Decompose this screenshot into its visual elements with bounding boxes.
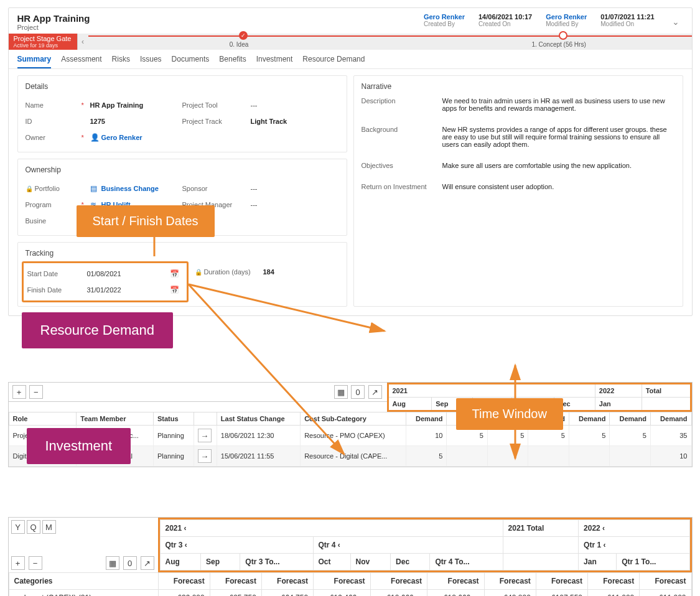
grid-view-icon[interactable]: ▦	[334, 385, 348, 399]
tracking-title: Tracking	[26, 249, 339, 258]
narrative-title: Narrative	[362, 82, 675, 91]
chevron-left-icon[interactable]: ‹	[603, 541, 605, 549]
project-header: HR App Training Project Gero Renker Crea…	[9, 8, 692, 34]
inv-q1[interactable]: Qtr 1	[584, 541, 601, 549]
col-status[interactable]: Status	[154, 412, 194, 426]
finish-date-input[interactable]: 31/01/2022 📅	[83, 283, 183, 297]
remove-row-button[interactable]: −	[29, 385, 43, 399]
tab-risks[interactable]: Risks	[112, 55, 130, 68]
add-row-button[interactable]: +	[11, 556, 25, 570]
inv-year-2021[interactable]: 2021	[166, 524, 182, 533]
stage-dot-idea[interactable]	[239, 31, 248, 40]
start-date-value: 01/08/2021	[87, 270, 121, 277]
chevron-left-icon[interactable]: ‹	[338, 541, 340, 549]
finish-date-label: Finish Date	[27, 286, 83, 294]
remove-row-button[interactable]: −	[29, 556, 42, 570]
desc-label: Description	[362, 97, 442, 112]
year-2022-header[interactable]: 2022	[595, 384, 642, 398]
zero-toggle-button[interactable]: 0	[123, 556, 137, 570]
desc-value[interactable]: We need to train admin users in HR as we…	[442, 97, 675, 112]
roi-label: Return on Investment	[362, 183, 442, 190]
created-by-link[interactable]: Gero Renker	[424, 13, 465, 21]
modified-by-link[interactable]: Gero Renker	[546, 13, 587, 21]
obj-label: Objectives	[362, 162, 442, 169]
col-demand: Demand	[406, 412, 446, 426]
id-label: ID	[26, 118, 82, 125]
project-card: HR App Training Project Gero Renker Crea…	[8, 7, 693, 316]
scale-year-button[interactable]: Y	[11, 520, 25, 534]
tab-assessment[interactable]: Assessment	[61, 55, 101, 68]
col-member[interactable]: Team Member	[77, 412, 154, 426]
start-date-input[interactable]: 01/08/2021 📅	[83, 267, 183, 281]
id-value: 1275	[90, 118, 105, 125]
tabs: Summary Assessment Risks Issues Document…	[9, 50, 692, 69]
project-subtitle: Project	[17, 24, 90, 31]
calendar-icon[interactable]: 📅	[170, 286, 179, 294]
chevron-left-icon[interactable]: ‹	[184, 524, 187, 533]
stage-row: Project Stage Gate Active for 19 days ‹ …	[9, 34, 692, 50]
callout-time-window: Time Window	[456, 398, 563, 430]
stage-gate-badge: Project Stage Gate Active for 19 days	[9, 34, 77, 50]
scale-month-button[interactable]: M	[42, 520, 56, 534]
tool-value[interactable]: ---	[251, 101, 258, 109]
calendar-icon[interactable]: 📅	[170, 269, 179, 278]
inv-year-2022[interactable]: 2022	[584, 524, 600, 533]
advance-icon[interactable]: →	[198, 429, 212, 442]
grid-view-icon[interactable]: ▦	[106, 556, 119, 570]
stage-label-concept: 1. Concept (56 Hrs)	[531, 41, 586, 48]
details-panel: Details Name*HR App Training ID1275 Owne…	[17, 75, 347, 152]
name-label: Name	[26, 101, 82, 109]
month-jan[interactable]: Jan	[595, 398, 642, 411]
obj-value[interactable]: Make sure all users are comfortable usin…	[442, 162, 675, 169]
col-categories[interactable]: Categories	[9, 573, 158, 590]
start-date-label: Start Date	[27, 270, 83, 277]
total-header: Total	[642, 384, 691, 398]
stage-dot-concept[interactable]	[559, 31, 567, 40]
chevron-left-icon[interactable]: ‹	[185, 541, 187, 549]
tab-issues[interactable]: Issues	[140, 55, 162, 68]
expand-icon[interactable]: ⌄	[668, 13, 683, 30]
tracking-highlight: Start Date 01/08/2021 📅 Finish Date 31/0…	[22, 261, 189, 302]
created-on-label: Created On	[478, 21, 532, 27]
bg-value[interactable]: New HR systems provides a range of apps …	[442, 126, 675, 148]
col-last-change[interactable]: Last Status Change	[217, 412, 300, 426]
track-value[interactable]: Light Track	[251, 118, 287, 125]
portfolio-link[interactable]: Business Change	[101, 185, 159, 192]
roi-value[interactable]: Will ensure consistent user adoption.	[442, 183, 675, 190]
advance-icon[interactable]: →	[198, 449, 212, 463]
sponsor-value[interactable]: ---	[251, 185, 258, 192]
tab-benefits[interactable]: Benefits	[219, 55, 246, 68]
stage-prev-icon[interactable]: ‹	[77, 34, 88, 50]
inv-2021-total: 2021 Total	[503, 520, 579, 537]
project-title: HR App Training	[17, 13, 90, 24]
stage-gate-title: Project Stage Gate	[14, 35, 72, 42]
scale-quarter-button[interactable]: Q	[27, 520, 40, 534]
callout-resource-demand: Resource Demand	[22, 312, 173, 348]
tool-label: Project Tool	[182, 101, 251, 109]
popout-icon[interactable]: ↗	[368, 385, 382, 399]
duration-label: Duration (days)	[195, 268, 263, 276]
pm-value[interactable]: ---	[251, 201, 258, 208]
zero-toggle-button[interactable]: 0	[351, 385, 365, 399]
add-row-button[interactable]: +	[12, 385, 26, 399]
modified-on-value: 01/07/2021 11:21	[600, 13, 654, 21]
popout-icon[interactable]: ↗	[141, 556, 154, 570]
portfolio-icon: ▤	[90, 184, 99, 193]
col-cost-sub[interactable]: Cost Sub-Category	[301, 412, 406, 426]
stage-track: 0. Idea 1. Concept (56 Hrs)	[88, 34, 692, 50]
modified-by-label: Modified By	[546, 21, 587, 27]
finish-date-value: 31/01/2022	[87, 286, 121, 294]
owner-link[interactable]: Gero Renker	[101, 134, 142, 141]
year-2021-header[interactable]: 2021	[388, 384, 595, 398]
chevron-left-icon[interactable]: ‹	[602, 524, 605, 533]
narrative-panel: Narrative DescriptionWe need to train ad…	[353, 75, 683, 307]
month-aug[interactable]: Aug	[388, 398, 432, 411]
col-role[interactable]: Role	[9, 412, 77, 426]
tab-resource-demand[interactable]: Resource Demand	[302, 55, 365, 68]
inv-q4[interactable]: Qtr 4	[319, 541, 336, 549]
tab-investment[interactable]: Investment	[256, 55, 293, 68]
inv-q3[interactable]: Qtr 3	[166, 541, 183, 549]
tab-documents[interactable]: Documents	[172, 55, 210, 68]
tab-summary[interactable]: Summary	[17, 55, 52, 68]
name-value[interactable]: HR App Training	[90, 101, 144, 109]
